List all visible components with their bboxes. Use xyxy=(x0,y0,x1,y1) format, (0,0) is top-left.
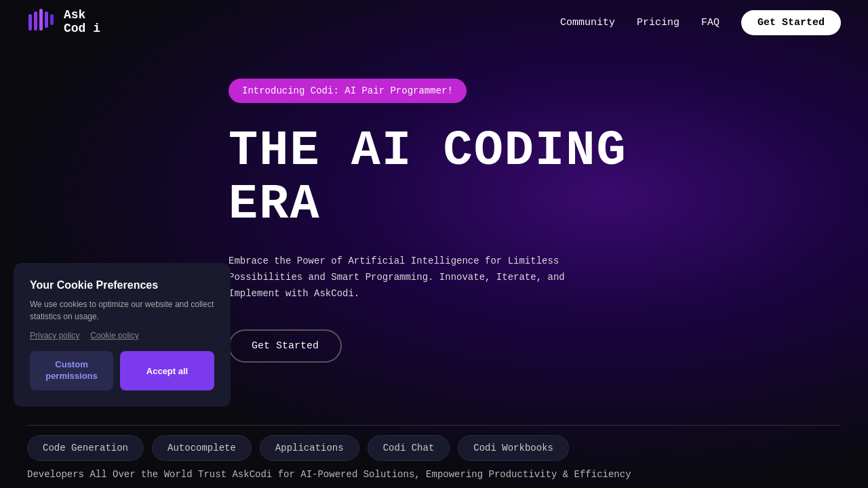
logo-icon xyxy=(27,7,57,37)
nav-get-started-button[interactable]: Get Started xyxy=(741,10,841,35)
nav-links: Community Pricing FAQ Get Started xyxy=(560,10,841,35)
privacy-policy-link[interactable]: Privacy policy xyxy=(30,331,79,340)
navbar: Ask Cod i Community Pricing FAQ Get Star… xyxy=(0,0,868,45)
tag-codi-chat[interactable]: Codi Chat xyxy=(368,435,450,461)
svg-rect-4 xyxy=(50,14,54,25)
tag-code-generation[interactable]: Code Generation xyxy=(27,435,144,461)
hero-get-started-button[interactable]: Get Started xyxy=(229,329,342,363)
svg-rect-3 xyxy=(45,12,48,28)
logo-text: Ask Cod i xyxy=(64,9,100,36)
svg-rect-1 xyxy=(34,12,37,30)
tag-applications[interactable]: Applications xyxy=(260,435,359,461)
svg-rect-2 xyxy=(39,9,43,30)
cookie-policy-link[interactable]: Cookie policy xyxy=(90,331,138,340)
cookie-title: Your Cookie Preferences xyxy=(30,279,214,291)
svg-rect-0 xyxy=(28,14,32,30)
cookie-text: We use cookies to optimize our website a… xyxy=(30,298,214,323)
hero-title: THE AI CODING ERA xyxy=(229,125,635,232)
nav-pricing[interactable]: Pricing xyxy=(637,17,679,28)
logo[interactable]: Ask Cod i xyxy=(27,7,100,37)
bottom-text: Developers All Over the World Trust AskC… xyxy=(0,461,868,488)
custom-permissions-button[interactable]: Custom permissions xyxy=(30,351,113,390)
tags-row: Code Generation Autocomplete Application… xyxy=(0,426,868,461)
accept-all-button[interactable]: Accept all xyxy=(120,351,214,390)
nav-community[interactable]: Community xyxy=(560,17,615,28)
hero-subtitle: Embrace the Power of Artificial Intellig… xyxy=(229,253,608,302)
cookie-banner: Your Cookie Preferences We use cookies t… xyxy=(14,263,231,407)
tag-autocomplete[interactable]: Autocomplete xyxy=(152,435,252,461)
cookie-links: Privacy policy Cookie policy xyxy=(30,331,214,340)
bottom-section: Code Generation Autocomplete Application… xyxy=(0,425,868,488)
nav-faq[interactable]: FAQ xyxy=(701,17,719,28)
tag-codi-workbooks[interactable]: Codi Workbooks xyxy=(458,435,569,461)
cookie-buttons: Custom permissions Accept all xyxy=(30,351,214,390)
hero-badge: Introducing Codi: AI Pair Programmer! xyxy=(229,79,467,103)
